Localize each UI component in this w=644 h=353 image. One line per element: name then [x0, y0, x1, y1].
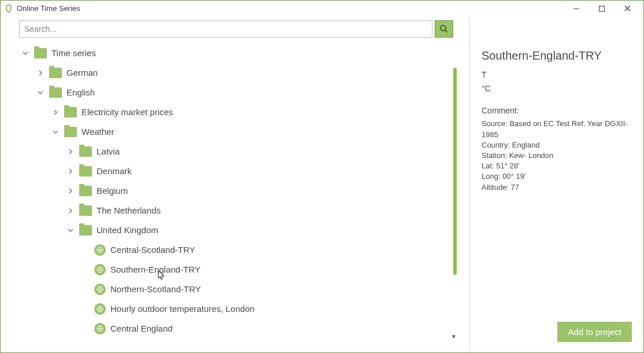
search-button[interactable] — [435, 20, 453, 38]
tree-folder[interactable]: Belgium — [18, 181, 452, 201]
tree[interactable]: Time seriesGermanEnglishElectricity mark… — [18, 43, 452, 347]
left-panel: Time seriesGermanEnglishElectricity mark… — [1, 17, 470, 352]
add-to-project-button[interactable]: Add to project — [557, 322, 632, 342]
detail-panel: Southern-England-TRY T °C Comment: Sourc… — [470, 17, 643, 352]
svg-rect-1 — [599, 6, 605, 11]
tree-folder[interactable]: Denmark — [18, 161, 452, 181]
tree-folder[interactable]: Weather — [18, 122, 452, 142]
tree-item-label: Denmark — [97, 161, 132, 181]
dataset-icon — [94, 323, 106, 334]
tree-item-label: Electricity market prices — [82, 102, 173, 122]
search-row — [1, 20, 469, 41]
chevron-right-icon[interactable] — [38, 70, 47, 76]
tree-folder[interactable]: Latvia — [18, 142, 452, 161]
window-title: Online Time Series — [17, 4, 564, 13]
tree-folder[interactable]: Time series — [18, 43, 452, 63]
svg-point-4 — [441, 25, 446, 31]
tree-folder[interactable]: Electricity market prices — [18, 102, 452, 122]
dataset-icon — [94, 303, 106, 315]
folder-icon — [49, 87, 62, 98]
tree-item[interactable]: Central-Scotland-TRY — [18, 240, 452, 260]
svg-line-5 — [445, 30, 447, 32]
chevron-right-icon[interactable] — [68, 188, 77, 194]
tree-item-label: Hourly outdoor temperatures, London — [110, 299, 254, 319]
chevron-right-icon[interactable] — [68, 208, 77, 214]
tree-item[interactable]: Hourly outdoor temperatures, London — [18, 299, 452, 319]
scroll-down-icon[interactable]: ▼ — [451, 333, 457, 340]
tree-item-label: The Netherlands — [97, 201, 161, 220]
tree-item-label: Belgium — [97, 181, 128, 201]
tree-item-label: German — [66, 63, 98, 83]
detail-comment: Source: Based on EC Test Ref. Year DGXII… — [482, 119, 632, 192]
chevron-down-icon[interactable] — [53, 129, 62, 135]
tree-item-label: English — [66, 83, 95, 102]
folder-icon — [79, 205, 92, 216]
scrollbar[interactable] — [453, 68, 457, 275]
detail-unit: °C — [482, 82, 632, 96]
search-input[interactable] — [19, 20, 432, 38]
detail-title: Southern-England-TRY — [482, 49, 632, 62]
folder-icon — [79, 225, 92, 236]
chevron-down-icon[interactable] — [38, 90, 47, 95]
body: Time seriesGermanEnglishElectricity mark… — [1, 17, 643, 352]
folder-icon — [49, 68, 62, 78]
minimize-button[interactable] — [564, 1, 589, 17]
tree-item[interactable]: Northern-Scotland-TRY — [18, 280, 452, 299]
window: Online Time Series Time seriesGermanEngl… — [0, 0, 644, 353]
chevron-down-icon[interactable] — [23, 50, 32, 56]
tree-folder[interactable]: The Netherlands — [18, 201, 452, 220]
tree-container: Time seriesGermanEnglishElectricity mark… — [1, 41, 469, 349]
tree-item-label: United Kingdom — [97, 220, 158, 240]
maximize-button[interactable] — [589, 1, 615, 17]
tree-item[interactable]: Central England — [18, 319, 452, 339]
titlebar: Online Time Series — [1, 1, 643, 17]
tree-item-label: Time series — [51, 43, 96, 63]
dataset-icon — [94, 244, 106, 256]
dataset-icon — [94, 264, 106, 275]
tree-folder[interactable]: United Kingdom — [18, 220, 452, 240]
chevron-right-icon[interactable] — [68, 168, 77, 174]
tree-item-label: Latvia — [97, 142, 120, 161]
chevron-right-icon[interactable] — [68, 149, 77, 155]
tree-item-label: Northern-Scotland-TRY — [110, 280, 201, 299]
folder-icon — [64, 107, 77, 117]
chevron-right-icon[interactable] — [53, 109, 62, 115]
detail-quantity: T — [482, 68, 632, 82]
tree-item[interactable]: Southern-England-TRY — [18, 260, 452, 280]
folder-icon — [79, 186, 92, 196]
folder-icon — [64, 127, 77, 137]
tree-item-label: Southern-England-TRY — [110, 260, 201, 280]
tree-item-label: Central-Scotland-TRY — [110, 240, 195, 260]
tree-folder[interactable]: German — [18, 63, 452, 83]
search-icon — [439, 24, 449, 34]
app-icon — [4, 4, 13, 13]
folder-icon — [79, 166, 92, 176]
folder-icon — [79, 146, 92, 157]
tree-folder[interactable]: English — [18, 83, 452, 102]
tree-item-label: Weather — [82, 122, 114, 142]
close-button[interactable] — [615, 1, 640, 17]
chevron-down-icon[interactable] — [68, 227, 77, 233]
dataset-icon — [94, 284, 106, 295]
folder-icon — [34, 48, 47, 58]
tree-item-label: Central England — [110, 319, 173, 339]
detail-comment-label: Comment: — [482, 104, 632, 118]
